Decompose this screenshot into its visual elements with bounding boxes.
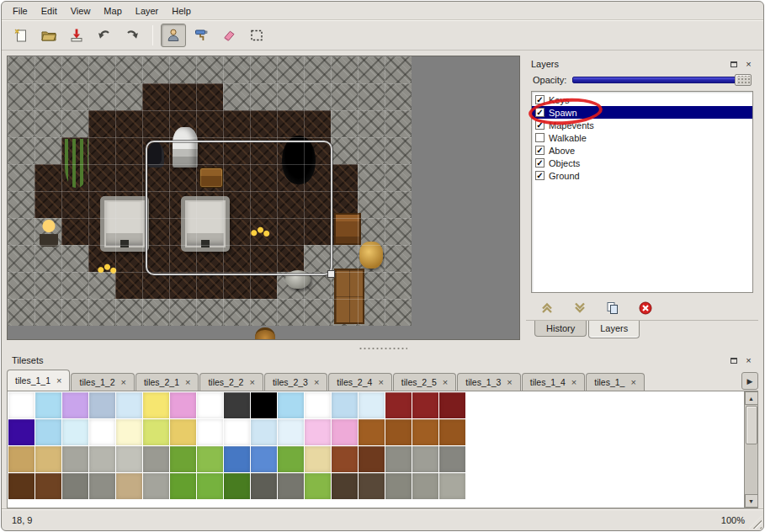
fill-tool-button[interactable]	[189, 24, 214, 47]
tileset-tab-tiles_2_4[interactable]: tiles_2_4×	[328, 373, 391, 391]
tileset-tab-tiles_1_3[interactable]: tiles_1_3×	[457, 373, 520, 391]
map-tile[interactable]	[88, 83, 115, 110]
palette-tile[interactable]	[224, 419, 250, 445]
map-tile[interactable]	[8, 110, 35, 137]
tileset-tab-tiles_1_4[interactable]: tiles_1_4×	[522, 373, 585, 391]
palette-tile[interactable]	[278, 473, 304, 499]
palette-tile[interactable]	[170, 419, 196, 445]
duplicate-layer-button[interactable]	[603, 299, 622, 317]
palette-tile[interactable]	[359, 473, 385, 499]
map-tile[interactable]	[277, 299, 304, 326]
map-tile[interactable]	[142, 83, 169, 110]
tab-close-icon[interactable]: ×	[443, 378, 448, 387]
map-tile[interactable]	[35, 56, 61, 83]
palette-tile[interactable]	[170, 446, 196, 472]
palette-tile[interactable]	[35, 392, 61, 418]
map-tile[interactable]	[223, 83, 250, 110]
map-tile[interactable]	[385, 83, 412, 110]
scroll-down-button[interactable]: ▼	[745, 494, 758, 508]
tab-scroll-right-button[interactable]: ▶	[741, 372, 758, 390]
close-panel-button[interactable]: ×	[742, 354, 755, 366]
map-tile[interactable]	[385, 245, 412, 272]
tab-close-icon[interactable]: ×	[507, 378, 512, 387]
palette-tile[interactable]	[89, 419, 115, 445]
tileset-tab-tiles_1_1[interactable]: tiles_1_1×	[7, 370, 70, 391]
close-panel-button[interactable]: ×	[742, 58, 755, 70]
map-tile[interactable]	[169, 272, 196, 299]
map-tile[interactable]	[196, 83, 223, 110]
map-tile[interactable]	[35, 164, 61, 191]
opacity-slider[interactable]	[572, 74, 752, 86]
delete-layer-button[interactable]	[636, 299, 655, 317]
palette-tile[interactable]	[8, 446, 35, 472]
layer-visibility-checkbox[interactable]	[535, 133, 545, 142]
map-tile[interactable]	[250, 56, 277, 83]
map-tile[interactable]	[8, 137, 35, 164]
tab-close-icon[interactable]: ×	[249, 378, 254, 387]
map-tile[interactable]	[223, 110, 250, 137]
selection-rect[interactable]	[146, 141, 332, 275]
lower-layer-button[interactable]	[571, 299, 589, 317]
palette-tile[interactable]	[62, 392, 88, 418]
palette-tile[interactable]	[439, 419, 465, 445]
layer-row-keys[interactable]: ✓Keys	[532, 93, 752, 106]
layer-visibility-checkbox[interactable]: ✓	[535, 95, 545, 104]
menu-layer[interactable]: Layer	[129, 3, 166, 19]
palette-tile[interactable]	[385, 446, 412, 472]
map-tile[interactable]	[385, 110, 412, 137]
map-tile[interactable]	[385, 299, 412, 326]
palette-tile[interactable]	[251, 392, 277, 418]
tab-close-icon[interactable]: ×	[121, 378, 126, 387]
palette-tile[interactable]	[278, 419, 304, 445]
palette-tile[interactable]	[89, 446, 115, 472]
map-canvas[interactable]	[8, 56, 412, 326]
map-tile[interactable]	[304, 110, 331, 137]
tab-close-icon[interactable]: ×	[630, 378, 635, 387]
palette-tile[interactable]	[35, 446, 61, 472]
layer-visibility-checkbox[interactable]: ✓	[535, 108, 545, 117]
map-tile[interactable]	[115, 137, 142, 164]
menu-edit[interactable]: Edit	[35, 3, 64, 19]
palette-scrollbar[interactable]: ▲ ▼	[744, 391, 757, 508]
palette-tile[interactable]	[35, 419, 61, 445]
map-tile[interactable]	[169, 56, 196, 83]
palette-tile[interactable]	[35, 473, 61, 499]
map-tile[interactable]	[304, 83, 331, 110]
map-tile[interactable]	[61, 218, 88, 245]
map-tile[interactable]	[358, 83, 385, 110]
map-tile[interactable]	[358, 110, 385, 137]
map-tile[interactable]	[277, 110, 304, 137]
horizontal-splitter[interactable]	[2, 345, 763, 352]
map-tile[interactable]	[304, 56, 331, 83]
map-tile[interactable]	[142, 299, 169, 326]
map-tile[interactable]	[331, 83, 358, 110]
map-tile[interactable]	[277, 83, 304, 110]
layer-row-ground[interactable]: ✓Ground	[532, 169, 752, 182]
map-tile[interactable]	[385, 56, 412, 83]
float-panel-button[interactable]	[727, 58, 740, 70]
palette-tile[interactable]	[305, 473, 331, 499]
map-tile[interactable]	[385, 191, 412, 218]
map-tile[interactable]	[35, 110, 61, 137]
eraser-tool-button[interactable]	[216, 24, 242, 47]
map-viewport[interactable]	[7, 56, 520, 340]
map-tile[interactable]	[385, 164, 412, 191]
palette-tile[interactable]	[197, 473, 223, 499]
new-file-button[interactable]	[8, 24, 34, 47]
map-tile[interactable]	[115, 164, 142, 191]
save-button[interactable]	[64, 24, 89, 47]
map-tile[interactable]	[88, 137, 115, 164]
raise-layer-button[interactable]	[538, 299, 556, 317]
palette-tile[interactable]	[251, 446, 277, 472]
palette-tile[interactable]	[251, 419, 277, 445]
tab-close-icon[interactable]: ×	[378, 378, 383, 387]
map-tile[interactable]	[61, 110, 88, 137]
stamp-tool-button[interactable]	[161, 24, 186, 47]
tileset-tab-tiles_2_1[interactable]: tiles_2_1×	[135, 373, 199, 391]
map-tile[interactable]	[304, 299, 331, 326]
palette-tile[interactable]	[143, 392, 169, 418]
palette-tile[interactable]	[412, 392, 438, 418]
palette-tile[interactable]	[143, 419, 169, 445]
tileset-tab-tiles_2_3[interactable]: tiles_2_3×	[264, 373, 327, 391]
palette-tile[interactable]	[116, 473, 142, 499]
